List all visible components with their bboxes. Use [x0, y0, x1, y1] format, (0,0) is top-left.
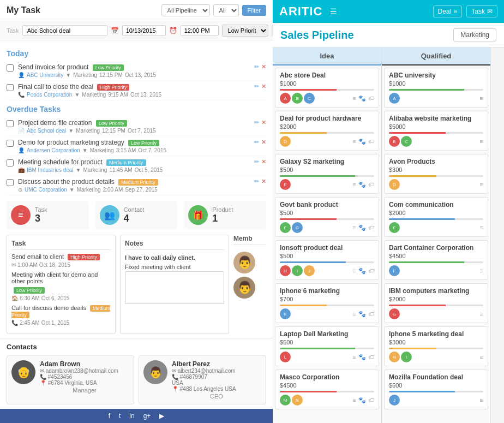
task-checkbox-1[interactable]: [7, 64, 14, 72]
overdue-actions-3: ✏ ✕: [254, 158, 266, 165]
edit-icon-o4[interactable]: ✏: [254, 178, 259, 185]
facebook-icon[interactable]: f: [105, 411, 113, 421]
twitter-icon[interactable]: t: [116, 411, 124, 421]
task-badge-2: High Priority: [97, 84, 129, 91]
overdue-actions-1: ✏ ✕: [254, 119, 266, 126]
member-avatar-1: 👨: [233, 252, 255, 273]
deal-icons-q5: ≡: [480, 267, 483, 274]
overdue-checkbox-3[interactable]: [7, 159, 14, 166]
right-header: ARITIC ☰ Deal ≡ Task ✉: [273, 0, 504, 23]
deal-avatars-q7: H I: [389, 351, 412, 362]
deal-card-idea-5[interactable]: Ionsoft product deal $500 H I J ≡ 🐾 🏷: [275, 240, 379, 280]
deal-bar-q5: [389, 261, 483, 263]
paw-icon-i4: 🐾: [358, 224, 366, 231]
notes-input[interactable]: [125, 271, 224, 304]
deal-icons-i2: ≡ 🐾 🏷: [353, 138, 374, 145]
delete-icon-2[interactable]: ✕: [261, 83, 266, 90]
paw-icon-i1: 🐾: [358, 95, 366, 102]
tag-icon-i2: 🏷: [368, 138, 374, 145]
overdue-checkbox-4[interactable]: [7, 179, 14, 186]
date-input[interactable]: [122, 25, 166, 36]
list-icon-i8: ≡: [353, 397, 356, 404]
edit-icon-2[interactable]: ✏: [254, 83, 259, 90]
mini-meta-2: 🏠 6:30 AM Oct 6, 2015: [11, 295, 111, 301]
contact-stat-label: Contact: [124, 206, 145, 213]
edit-icon-1[interactable]: ✏: [254, 63, 259, 70]
delete-icon-o4[interactable]: ✕: [261, 178, 266, 185]
deal-card-idea-7[interactable]: Laptop Dell Marketing $500 L ≡ 🐾 🏷: [275, 326, 379, 366]
deal-card-q3[interactable]: Avon Products $300 D ≡: [384, 154, 488, 194]
mini-task-name-1: Send email to client: [11, 253, 64, 260]
deal-bar-i7: [280, 348, 374, 349]
pipeline-select[interactable]: All Pipeline: [161, 4, 210, 16]
edit-icon-o3[interactable]: ✏: [254, 158, 259, 165]
deal-name-i7: Laptop Dell Marketing: [280, 330, 374, 338]
deal-card-q1[interactable]: ABC university $1000 A ≡: [384, 68, 488, 108]
delete-icon-o2[interactable]: ✕: [261, 139, 266, 146]
deal-card-q5[interactable]: Dart Container Corporation $4500 F ≡: [384, 240, 488, 280]
youtube-icon[interactable]: ▶: [156, 411, 167, 421]
tag-icon-1: ▼: [65, 72, 71, 78]
edit-icon-o2[interactable]: ✏: [254, 139, 259, 146]
deal-card-idea-1[interactable]: Abc store Deal $1000 A B C ≡ 🐾 🏷: [275, 68, 379, 108]
email-icon-1: ✉: [40, 368, 44, 374]
deal-card-idea-8[interactable]: Masco Corporation $4500 M N ≡ 🐾 🏷: [275, 370, 379, 409]
time-input[interactable]: [181, 25, 219, 36]
deal-card-q8[interactable]: Mozilla Foundation deal $500 J ≡: [384, 370, 488, 409]
deal-card-q6[interactable]: IBM computers marketing $2000 G ≡: [384, 283, 488, 323]
task-nav-item[interactable]: Task ✉: [466, 5, 497, 17]
overdue-name-4: Discuss about the product details: [18, 178, 115, 186]
overdue-content-4: Discuss about the product details Medium…: [18, 178, 266, 193]
list-icon-q3: ≡: [480, 181, 483, 188]
deal-card-idea-4[interactable]: Govt bank product $500 F G ≡ 🐾 🏷: [275, 197, 379, 237]
filter-button[interactable]: Filter: [242, 5, 266, 16]
deal-avatars-i6: K: [280, 308, 291, 319]
deal-icons-i7: ≡ 🐾 🏷: [353, 354, 374, 361]
contact-avatar-1: 👴: [11, 360, 35, 384]
mini-date-2: Oct 6, 2015: [41, 295, 70, 301]
tag-icon-2: ▼: [74, 92, 80, 98]
linkedin-icon[interactable]: in: [126, 411, 137, 421]
task-deal-input[interactable]: [22, 25, 107, 36]
list-icon-q4: ≡: [480, 224, 483, 231]
deal-card-q7[interactable]: Iphone 5 marketing deal $3000 H I ≡: [384, 326, 488, 366]
task-actions-1: ✏ ✕: [254, 63, 266, 70]
marketing-filter-button[interactable]: Marketing: [453, 28, 496, 41]
priority-select[interactable]: Low Priority: [222, 25, 268, 37]
overdue-checkbox-1[interactable]: [7, 120, 14, 127]
task-label: Task: [471, 8, 485, 15]
task-tag-2: Marketing: [82, 92, 106, 98]
edit-icon-o1[interactable]: ✏: [254, 119, 259, 126]
avatar-q3-1: D: [389, 179, 400, 190]
delete-icon-o1[interactable]: ✕: [261, 119, 266, 126]
delete-icon-o3[interactable]: ✕: [261, 158, 266, 165]
deal-nav-item[interactable]: Deal ≡: [433, 5, 463, 17]
googleplus-icon[interactable]: g+: [140, 411, 154, 421]
deal-icons-q4: ≡: [480, 224, 483, 231]
avatar-i6-1: K: [280, 308, 291, 319]
deal-footer-q6: G ≡: [389, 308, 483, 319]
task-meta-2: 📞 Poods Corporation ▼ Marketing 9:15 AM …: [18, 92, 266, 98]
deal-name-q3: Avon Products: [389, 158, 483, 165]
tag-icon-i5: 🏷: [368, 267, 374, 275]
deal-card-q2[interactable]: Alibaba website marketing $5000 B C ≡: [384, 111, 488, 151]
contact-name-2: Albert Perez: [172, 360, 261, 368]
overdue-name-2: Demo for product marketing strategy: [18, 139, 124, 146]
location-icon-2: 📍: [172, 386, 178, 392]
avatar-q7-2: I: [401, 351, 412, 362]
avatar-i1-3: C: [304, 93, 315, 104]
delete-icon-1[interactable]: ✕: [261, 63, 266, 70]
overdue-checkbox-2[interactable]: [7, 140, 14, 147]
deal-card-idea-3[interactable]: Galaxy S2 marketing $500 E ≡ 🐾 🏷: [275, 154, 379, 194]
overdue-task-1: Project demo file creation Low Priority …: [7, 117, 266, 136]
today-task-1: Send invoice for product Low Priority 👤 …: [7, 61, 266, 81]
tag-icon-i3: 🏷: [368, 181, 374, 188]
member-section: Memb 👨 👨: [233, 235, 266, 334]
deal-card-idea-2[interactable]: Deal for product hardware $2000 D ≡ 🐾 🏷: [275, 111, 379, 151]
deal-card-q4[interactable]: Com communication $2000 E ≡: [384, 197, 488, 237]
deal-card-idea-6[interactable]: Iphone 6 marketing $700 K ≡ 🐾 🏷: [275, 283, 379, 323]
all-select[interactable]: All: [213, 4, 239, 16]
contact-card-2: 👨 Albert Perez ✉ albert234@hotmail.com 📞…: [139, 355, 266, 404]
task-checkbox-2[interactable]: [7, 84, 14, 91]
menu-icon[interactable]: ☰: [328, 6, 339, 17]
